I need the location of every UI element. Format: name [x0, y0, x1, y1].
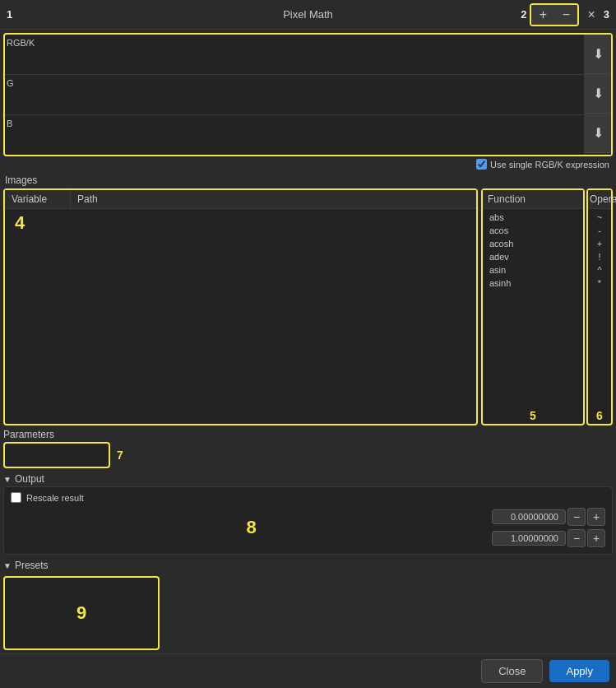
- add-remove-group: + −: [530, 3, 579, 26]
- table-header: Variable Path: [5, 190, 476, 209]
- parameters-label: Parameters: [3, 429, 613, 440]
- rescale-label: Rescale result: [26, 493, 84, 503]
- rescale-row: Rescale result: [11, 492, 605, 503]
- presets-section: ▼ Presets 9: [3, 558, 613, 653]
- presets-collapse-header[interactable]: ▼ Presets: [3, 558, 613, 573]
- badge-2: 2: [521, 8, 526, 21]
- value1-decrement[interactable]: −: [567, 508, 586, 526]
- badge-7: 7: [117, 449, 123, 462]
- operator-item[interactable]: +: [588, 237, 611, 250]
- expr-rgb-label: RGB/K: [5, 35, 21, 74]
- var-path-table: Variable Path 4: [3, 188, 478, 425]
- badge-6: 6: [588, 407, 611, 424]
- params-row: 7: [3, 442, 613, 468]
- download-rgb-button[interactable]: ⬇: [585, 35, 611, 74]
- expr-g-input[interactable]: [21, 75, 584, 114]
- title-bar: 1 Pixel Math 2 + − × 3: [0, 0, 616, 30]
- presets-body: 9: [3, 573, 613, 653]
- operator-item[interactable]: !: [588, 250, 611, 263]
- window-title: Pixel Math: [283, 8, 333, 21]
- value-controls: 0.00000000 − + 1.00000000 − +: [492, 508, 605, 547]
- rescale-checkbox[interactable]: [11, 492, 21, 503]
- operator-panel: Operator ~-+!^* 6: [586, 188, 613, 425]
- single-expr-label: Use single RGB/K expression: [490, 160, 609, 170]
- output-values-row: 8 0.00000000 − + 1.00000000 − +: [11, 506, 605, 549]
- function-item[interactable]: acos: [483, 224, 583, 237]
- badge-1: 1: [7, 8, 12, 21]
- value-display-2: 1.00000000: [492, 531, 566, 546]
- output-body: Rescale result 8 0.00000000 − + 1.000000…: [3, 486, 613, 555]
- main-content: RGB/K G B ⬇ ⬇ ⬇: [0, 30, 616, 688]
- operator-list: ~-+!^*: [588, 209, 611, 407]
- expr-b-input[interactable]: [21, 115, 584, 155]
- badge-9: 9: [76, 602, 86, 624]
- single-expr-row: Use single RGB/K expression: [0, 156, 616, 172]
- function-item[interactable]: asin: [483, 263, 583, 277]
- download-b-button[interactable]: ⬇: [585, 114, 611, 153]
- title-bar-right: 2 + − × 3: [521, 3, 609, 26]
- value-row-1: 0.00000000 − +: [492, 508, 605, 526]
- value-row-2: 1.00000000 − +: [492, 529, 605, 547]
- expr-row-g: G: [5, 75, 584, 115]
- params-input[interactable]: [10, 447, 104, 458]
- operator-item[interactable]: *: [588, 277, 611, 290]
- expr-row-b: B: [5, 115, 584, 155]
- params-input-box: [3, 442, 110, 468]
- badge-8: 8: [11, 517, 492, 538]
- badge-4: 4: [8, 206, 31, 239]
- apply-button[interactable]: Apply: [549, 660, 609, 682]
- func-op-area: Function absacosacoshadevasinasinh 5 Ope…: [481, 188, 613, 425]
- single-expr-checkbox[interactable]: [476, 159, 487, 170]
- title-bar-left: 1: [7, 8, 12, 21]
- expr-row-rgb: RGB/K: [5, 35, 584, 75]
- operator-panel-header: Operator: [588, 190, 611, 209]
- operator-item[interactable]: ~: [588, 211, 611, 224]
- table-body: 4: [5, 209, 476, 424]
- expression-area: RGB/K G B ⬇ ⬇ ⬇: [3, 33, 613, 156]
- function-item[interactable]: adev: [483, 250, 583, 263]
- value1-increment[interactable]: +: [587, 508, 605, 526]
- function-item[interactable]: abs: [483, 211, 583, 224]
- close-button[interactable]: Close: [481, 659, 543, 683]
- output-label: Output: [15, 473, 44, 485]
- presets-collapse-arrow: ▼: [3, 561, 12, 570]
- parameters-section: Parameters 7: [3, 429, 613, 468]
- badge-5: 5: [483, 407, 583, 424]
- function-panel-header: Function: [483, 190, 583, 209]
- download-g-button[interactable]: ⬇: [585, 74, 611, 114]
- expression-sidebar: ⬇ ⬇ ⬇: [584, 35, 611, 155]
- preset-list-box: 9: [3, 576, 160, 650]
- value2-increment[interactable]: +: [587, 529, 605, 547]
- operator-item[interactable]: -: [588, 224, 611, 237]
- images-area: Variable Path 4 Function absacosacoshade…: [3, 188, 613, 425]
- close-x-button[interactable]: ×: [582, 6, 600, 24]
- function-item[interactable]: acosh: [483, 237, 583, 250]
- output-collapse-arrow: ▼: [3, 475, 12, 484]
- output-collapse-header[interactable]: ▼ Output: [3, 472, 613, 486]
- output-section: ▼ Output Rescale result 8 0.00000000 − +…: [3, 472, 613, 555]
- function-panel: Function absacosacoshadevasinasinh 5: [481, 188, 585, 425]
- remove-button[interactable]: −: [554, 5, 577, 25]
- value2-decrement[interactable]: −: [567, 529, 586, 547]
- footer-bar: Close Apply: [0, 653, 616, 688]
- download-rgb-icon: ⬇: [593, 46, 604, 62]
- value-display-1: 0.00000000: [492, 509, 566, 524]
- col-path: Path: [71, 190, 476, 208]
- images-section-header: Images: [0, 172, 616, 188]
- expr-b-label: B: [5, 115, 21, 155]
- add-button[interactable]: +: [531, 5, 554, 25]
- expression-fields: RGB/K G B: [5, 35, 584, 155]
- expr-rgb-input[interactable]: [21, 35, 584, 74]
- presets-label: Presets: [15, 560, 49, 571]
- function-item[interactable]: asinh: [483, 277, 583, 290]
- function-list: absacosacoshadevasinasinh: [483, 209, 583, 407]
- operator-item[interactable]: ^: [588, 263, 611, 277]
- badge-3: 3: [604, 8, 609, 21]
- download-b-icon: ⬇: [593, 125, 604, 141]
- images-label: Images: [5, 174, 37, 186]
- expr-g-label: G: [5, 75, 21, 114]
- download-g-icon: ⬇: [593, 86, 604, 101]
